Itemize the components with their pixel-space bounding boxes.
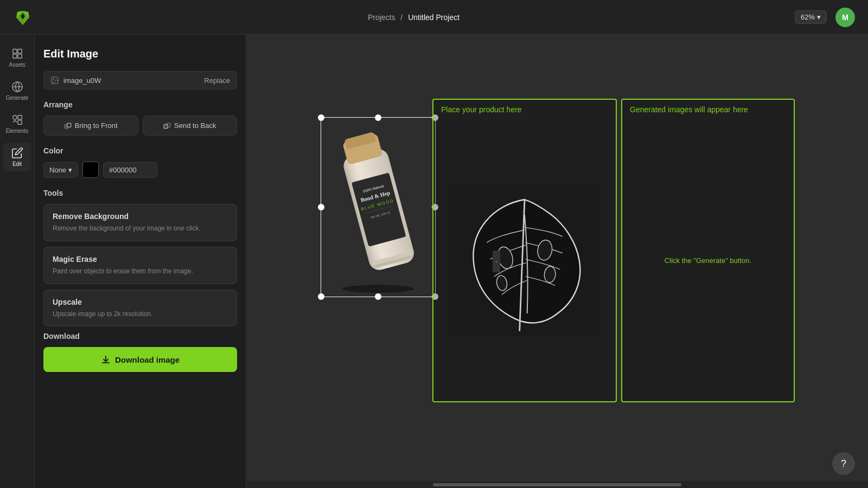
- remove-bg-description: Remove the background of your image in o…: [53, 224, 228, 233]
- svg-rect-1: [17, 49, 21, 53]
- remove-background-card[interactable]: Remove Background Remove the background …: [43, 204, 237, 241]
- handle-top-center[interactable]: [375, 114, 381, 121]
- sidebar-item-label: Assets: [9, 62, 25, 68]
- product-zone-label: Place your product here: [433, 100, 616, 119]
- product-placement-zone[interactable]: Place your product here: [432, 99, 617, 402]
- icon-sidebar: Assets Generate Elements: [0, 35, 35, 488]
- sidebar-item-elements[interactable]: Elements: [3, 110, 31, 138]
- chevron-down-icon: ▾: [68, 166, 72, 174]
- color-section-title: Color: [43, 146, 237, 155]
- tools-section-title: Tools: [43, 189, 237, 197]
- send-back-icon: [163, 122, 171, 130]
- send-to-back-button[interactable]: Send to Back: [143, 115, 238, 136]
- upscale-title: Upscale: [53, 298, 228, 306]
- upscale-card[interactable]: Upscale Upscale image up to 2k resolutio…: [43, 290, 237, 327]
- chevron-down-icon: ▾: [817, 13, 821, 21]
- svg-rect-12: [164, 124, 168, 128]
- svg-rect-10: [67, 123, 71, 127]
- bring-front-icon: [64, 122, 72, 130]
- handle-top-left[interactable]: [318, 114, 324, 121]
- arrange-section-title: Arrange: [43, 100, 237, 109]
- generated-zone-content: Click the "Generate" button.: [622, 119, 794, 401]
- upscale-description: Upscale image up to 2k resolution.: [53, 310, 228, 319]
- sidebar-item-label: Generate: [6, 95, 29, 101]
- sidebar-item-label: Edit: [12, 161, 22, 167]
- zoom-selector[interactable]: 62% ▾: [795, 10, 827, 24]
- download-section-title: Download: [43, 332, 237, 341]
- handle-bot-left[interactable]: [318, 293, 324, 300]
- svg-point-4: [12, 115, 16, 119]
- main-layout: Assets Generate Elements: [0, 35, 868, 488]
- panel-title: Edit Image: [43, 48, 237, 60]
- sidebar-item-generate[interactable]: Generate: [3, 76, 31, 105]
- svg-rect-6: [17, 120, 21, 124]
- logo[interactable]: [13, 8, 33, 27]
- handle-mid-left[interactable]: [318, 204, 324, 210]
- svg-point-8: [53, 79, 54, 80]
- svg-rect-2: [12, 54, 16, 58]
- sidebar-item-assets[interactable]: Assets: [3, 43, 31, 72]
- product-image-wrapper[interactable]: 100% Natural Bond & Hep BLUE WOOD Net Wt…: [324, 120, 432, 294]
- image-name-left: image_u0W: [50, 76, 101, 85]
- handle-bot-center[interactable]: [375, 293, 381, 300]
- sidebar-item-edit[interactable]: Edit: [3, 143, 31, 171]
- magic-erase-title: Magic Erase: [53, 255, 228, 264]
- arrange-row: Bring to Front Send to Back: [43, 115, 237, 136]
- color-swatch[interactable]: [82, 162, 99, 178]
- image-file-icon: [50, 76, 59, 85]
- svg-rect-3: [17, 54, 21, 58]
- topbar: Projects / Untitled Project 62% ▾ M: [0, 0, 868, 35]
- bring-to-front-button[interactable]: Bring to Front: [43, 115, 138, 136]
- selection-box: [321, 117, 436, 297]
- product-zone-content: [433, 119, 616, 401]
- sidebar-item-label: Elements: [6, 128, 29, 134]
- canvas-area[interactable]: ‹: [246, 35, 868, 488]
- generated-zone-label: Generated images will appear here: [622, 100, 794, 119]
- topbar-right: 62% ▾ M: [795, 8, 855, 27]
- breadcrumb: Projects / Untitled Project: [368, 13, 459, 22]
- remove-bg-title: Remove Background: [53, 212, 228, 221]
- download-icon: [101, 355, 111, 364]
- replace-button[interactable]: Replace: [204, 76, 230, 85]
- magic-erase-description: Paint over objects to erase them from th…: [53, 267, 228, 276]
- download-image-button[interactable]: Download image: [43, 347, 237, 372]
- svg-rect-0: [12, 49, 16, 53]
- color-none-select[interactable]: None ▾: [43, 162, 78, 178]
- image-filename: image_u0W: [63, 76, 101, 85]
- help-button[interactable]: ?: [832, 452, 855, 475]
- color-hex-input[interactable]: [103, 162, 157, 178]
- svg-rect-5: [17, 115, 21, 119]
- edit-panel: Edit Image image_u0W Replace Arrange: [35, 35, 246, 488]
- canvas-scrollbar[interactable]: [246, 481, 868, 488]
- generate-hint: Click the "Generate" button.: [654, 256, 762, 265]
- scrollbar-thumb[interactable]: [433, 483, 681, 486]
- canvas-inner: 100% Natural Bond & Hep BLUE WOOD Net Wt…: [313, 66, 801, 457]
- monstera-leaf-image: [449, 184, 601, 336]
- generated-images-zone: Generated images will appear here Click …: [621, 99, 795, 402]
- panel-collapse-handle[interactable]: ‹: [493, 251, 500, 272]
- image-name-row: image_u0W Replace: [43, 71, 237, 89]
- color-row: None ▾: [43, 162, 237, 178]
- avatar[interactable]: M: [835, 8, 855, 27]
- magic-erase-card[interactable]: Magic Erase Paint over objects to erase …: [43, 247, 237, 284]
- download-section: Download Download image: [43, 332, 237, 372]
